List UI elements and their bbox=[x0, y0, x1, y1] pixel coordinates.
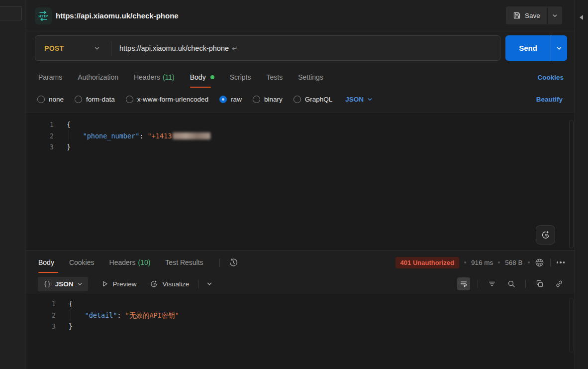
radio-graphql-label: GraphQL bbox=[305, 96, 333, 103]
cookies-link[interactable]: Cookies bbox=[537, 74, 564, 81]
response-status-group: 401 Unauthorized 916 ms 568 B bbox=[395, 257, 565, 268]
tab-body[interactable]: Body bbox=[190, 66, 214, 89]
status-badge[interactable]: 401 Unauthorized bbox=[395, 257, 459, 268]
network-globe-icon[interactable] bbox=[535, 258, 544, 267]
method-select[interactable]: POST bbox=[44, 44, 73, 52]
line-number: 3 bbox=[26, 321, 56, 332]
url-input[interactable]: https://api.xiaomu.uk/check-phone↵ bbox=[119, 44, 238, 52]
editor-scrollbar[interactable] bbox=[569, 120, 574, 248]
separator-dot bbox=[498, 261, 500, 263]
radio-x-www-form-urlencoded[interactable]: x-www-form-urlencoded bbox=[126, 96, 208, 103]
response-action-icons bbox=[457, 277, 566, 290]
radio-none-label: none bbox=[49, 96, 64, 103]
right-sidebar-rail bbox=[575, 0, 588, 369]
code-text: } bbox=[67, 141, 71, 153]
divider bbox=[478, 280, 478, 288]
radio-raw-label: raw bbox=[231, 96, 242, 103]
tab-settings[interactable]: Settings bbox=[298, 66, 323, 89]
method-caret-icon[interactable] bbox=[94, 45, 100, 51]
json-value: "无效的API密钥" bbox=[125, 311, 179, 319]
preview-button[interactable]: Preview bbox=[101, 280, 136, 288]
response-size[interactable]: 568 B bbox=[505, 259, 522, 266]
resp-tab-body[interactable]: Body bbox=[38, 251, 54, 274]
body-type-bar: none form-data x-www-form-urlencoded raw… bbox=[26, 92, 575, 107]
visualize-label: Visualize bbox=[162, 280, 189, 288]
tab-settings-label: Settings bbox=[298, 73, 323, 81]
filter-button[interactable] bbox=[486, 277, 498, 290]
separator-dot bbox=[464, 261, 466, 263]
send-button-group: Send bbox=[505, 35, 567, 61]
response-format-select[interactable]: {} JSON bbox=[38, 277, 88, 291]
tab-headers[interactable]: Headers(11) bbox=[134, 66, 175, 89]
visualize-button[interactable]: Visualize bbox=[150, 280, 189, 288]
code-text: "phone_number": "+1413 bbox=[67, 130, 210, 142]
search-button[interactable] bbox=[505, 277, 518, 290]
code-line: 2 "detail": "无效的API密钥" bbox=[26, 310, 575, 321]
code-line: 3 } bbox=[26, 321, 575, 332]
radio-graphql-circle bbox=[294, 96, 301, 103]
divider bbox=[525, 280, 526, 288]
collapse-left-icon[interactable] bbox=[580, 15, 583, 20]
resp-tab-cookies[interactable]: Cookies bbox=[69, 251, 95, 274]
tab-params[interactable]: Params bbox=[38, 66, 62, 89]
radio-binary[interactable]: binary bbox=[253, 96, 283, 103]
code-line: 1 { bbox=[26, 298, 575, 310]
code-line: 2 "phone_number": "+1413 bbox=[26, 130, 575, 142]
tab-scripts[interactable]: Scripts bbox=[230, 66, 251, 89]
response-body-editor[interactable]: 1 { 2 "detail": "无效的API密钥" 3 } bbox=[26, 294, 575, 369]
save-button-group: Save bbox=[506, 6, 562, 24]
request-header: HTTP https://api.xiaomu.uk/check-phone S… bbox=[26, 0, 575, 31]
link-button[interactable] bbox=[553, 277, 566, 290]
save-button[interactable]: Save bbox=[506, 6, 547, 24]
play-icon bbox=[101, 280, 108, 287]
left-sidebar-rail bbox=[0, 0, 25, 369]
radio-binary-label: binary bbox=[264, 96, 283, 103]
resp-tab-body-label: Body bbox=[38, 258, 54, 266]
method-url-bar: POST https://api.xiaomu.uk/check-phone↵ bbox=[35, 35, 500, 61]
resp-tab-headers-label: Headers bbox=[109, 258, 136, 266]
code-line: 3 } bbox=[26, 141, 575, 153]
tab-authorization[interactable]: Authorization bbox=[78, 66, 118, 89]
radio-form-data[interactable]: form-data bbox=[75, 96, 115, 103]
tab-authorization-label: Authorization bbox=[78, 73, 118, 81]
language-select-value: JSON bbox=[345, 96, 364, 103]
line-number: 1 bbox=[26, 298, 56, 310]
resp-tab-headers[interactable]: Headers(10) bbox=[109, 251, 151, 274]
response-tabs: Body Cookies Headers(10) Test Results 40… bbox=[26, 251, 575, 274]
postbot-magic-button[interactable] bbox=[536, 225, 555, 245]
response-format-value: JSON bbox=[55, 280, 74, 288]
divider bbox=[198, 280, 198, 288]
request-tabs: Params Authorization Headers(11) Body Sc… bbox=[26, 66, 575, 89]
radio-graphql[interactable]: GraphQL bbox=[294, 96, 333, 103]
response-history-icon[interactable] bbox=[229, 258, 238, 267]
resp-tab-test-results[interactable]: Test Results bbox=[165, 251, 203, 274]
main-panel: HTTP https://api.xiaomu.uk/check-phone S… bbox=[26, 0, 575, 369]
tab-tests-label: Tests bbox=[266, 73, 283, 81]
radio-raw[interactable]: raw bbox=[219, 96, 242, 103]
language-select[interactable]: JSON bbox=[345, 96, 373, 103]
send-button[interactable]: Send bbox=[505, 35, 551, 61]
response-scrollbar[interactable] bbox=[569, 298, 574, 353]
response-pane: Body Cookies Headers(10) Test Results 40… bbox=[26, 250, 575, 369]
separator-dot bbox=[528, 261, 530, 263]
wrap-text-button[interactable] bbox=[457, 277, 470, 290]
request-body-editor[interactable]: 1 { 2 "phone_number": "+1413 3 } bbox=[26, 112, 575, 250]
body-modified-dot bbox=[210, 75, 214, 79]
toolbar-caret-icon[interactable] bbox=[206, 281, 212, 287]
code-text: } bbox=[69, 321, 73, 332]
code-text: "detail": "无效的API密钥" bbox=[69, 310, 179, 321]
copy-button[interactable] bbox=[533, 277, 546, 290]
http-request-icon: HTTP bbox=[35, 7, 52, 24]
radio-none-circle bbox=[37, 96, 45, 103]
save-options-caret[interactable] bbox=[547, 6, 562, 24]
beautify-link[interactable]: Beautify bbox=[536, 96, 563, 103]
json-key: "detail" bbox=[85, 311, 117, 319]
sidebar-partial-item[interactable] bbox=[0, 6, 22, 20]
tab-tests[interactable]: Tests bbox=[266, 66, 283, 89]
line-number: 2 bbox=[26, 130, 54, 142]
tab-scripts-label: Scripts bbox=[230, 73, 251, 81]
more-options-icon[interactable] bbox=[557, 261, 565, 263]
send-options-caret[interactable] bbox=[551, 35, 567, 61]
response-time[interactable]: 916 ms bbox=[471, 259, 493, 266]
radio-none[interactable]: none bbox=[37, 96, 64, 103]
